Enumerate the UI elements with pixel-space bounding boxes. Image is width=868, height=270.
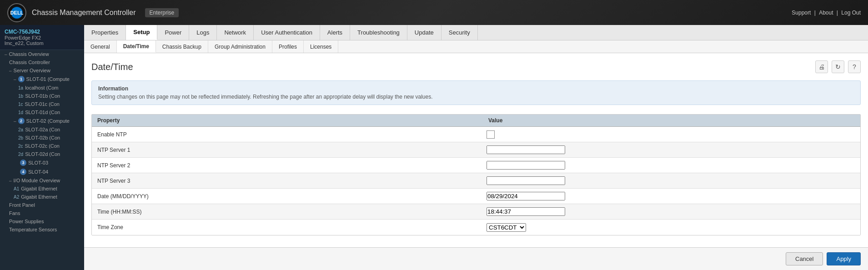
prop-value-timezone: CST6CDT UTC EST5EDT PST8PDT MST7MDT — [483, 221, 860, 234]
tab-user-auth[interactable]: User Authentication — [254, 25, 320, 40]
tab-network[interactable]: Network — [217, 25, 254, 40]
sidebar-item-slot02c[interactable]: 2c SLOT-02c (Con — [0, 142, 84, 150]
sidebar-label: SLOT-04 — [28, 169, 48, 175]
tab-security[interactable]: Security — [442, 25, 478, 40]
tab-logs[interactable]: Logs — [189, 25, 217, 40]
sub-tab-general[interactable]: General — [84, 40, 117, 53]
sidebar-item-server-overview[interactable]: – Server Overview — [0, 66, 84, 75]
slot-label: 2c — [18, 144, 23, 149]
sidebar-item-chassis-controller[interactable]: Chassis Controller — [0, 58, 84, 66]
sidebar-label: Front Panel — [9, 202, 35, 208]
time-input[interactable] — [487, 207, 565, 216]
property-table: Property Value Enable NTP NTP Server 1 — [91, 114, 861, 235]
sidebar-item-slot01b[interactable]: 1b SLOT-01b (Con — [0, 92, 84, 100]
about-link[interactable]: About — [819, 10, 833, 16]
slot-label: 1d — [18, 110, 23, 115]
main-tab-bar: Properties Setup Power Logs Network User… — [84, 25, 868, 40]
sidebar-item-slot02b[interactable]: 2b SLOT-02b (Con — [0, 134, 84, 142]
timezone-select[interactable]: CST6CDT UTC EST5EDT PST8PDT MST7MDT — [487, 223, 526, 232]
table-row: Time (HH:MM:SS) — [92, 204, 860, 220]
info-box-title: Information — [98, 85, 854, 92]
prop-label-time: Time (HH:MM:SS) — [92, 206, 483, 218]
page-title: Date/Time — [91, 62, 815, 72]
logout-link[interactable]: Log Out — [841, 10, 861, 16]
table-row: NTP Server 1 — [92, 142, 860, 158]
slot-label: 1c — [18, 102, 23, 107]
slot-label: 1a — [18, 85, 23, 90]
sidebar-item-slot01c[interactable]: 1c SLOT-01c (Con — [0, 100, 84, 108]
sub-tab-group-admin[interactable]: Group Administration — [208, 40, 272, 53]
slot-label: A1 — [14, 186, 19, 191]
tab-update[interactable]: Update — [407, 25, 442, 40]
sidebar: CMC-756J942 PowerEdge FX2 lmc_e22, Custo… — [0, 25, 84, 270]
sidebar-label: SLOT-02c (Con — [25, 143, 60, 149]
device-info: CMC-756J942 PowerEdge FX2 lmc_e22, Custo… — [0, 25, 84, 50]
sub-tab-chassis-backup[interactable]: Chassis Backup — [156, 40, 208, 53]
refresh-icon: ↻ — [835, 63, 841, 70]
tab-troubleshooting[interactable]: Troubleshooting — [350, 25, 407, 40]
ntp-server-1-input[interactable] — [487, 145, 565, 154]
cancel-button[interactable]: Cancel — [786, 252, 823, 265]
sidebar-label: localhost (Com — [25, 85, 58, 90]
enable-ntp-checkbox[interactable] — [487, 130, 495, 139]
sidebar-item-slot04[interactable]: 4 SLOT-04 — [0, 167, 84, 176]
sidebar-item-slot02a[interactable]: 2a SLOT-02a (Con — [0, 125, 84, 134]
support-link[interactable]: Support — [792, 10, 811, 16]
sidebar-item-temp-sensors[interactable]: Temperature Sensors — [0, 225, 84, 234]
separator-2: | — [837, 10, 839, 16]
slot-dot: 4 — [20, 169, 26, 175]
print-button[interactable]: 🖨 — [815, 60, 828, 73]
prop-value-ntp3 — [483, 175, 860, 187]
expand-icon: – — [14, 119, 16, 124]
sidebar-item-slot03[interactable]: 3 SLOT-03 — [0, 158, 84, 167]
sidebar-label: Chassis Overview — [9, 51, 49, 57]
content-area: Properties Setup Power Logs Network User… — [84, 25, 868, 270]
ntp-server-3-input[interactable] — [487, 176, 565, 185]
sidebar-item-front-panel[interactable]: Front Panel — [0, 201, 84, 209]
sub-tab-bar: General Date/Time Chassis Backup Group A… — [84, 40, 868, 53]
print-icon: 🖨 — [818, 63, 825, 70]
header-nav: Support | About | Log Out — [792, 10, 861, 16]
info-box: Information Setting changes on this page… — [91, 80, 861, 105]
slot-dot: 3 — [20, 160, 26, 166]
sub-tab-profiles[interactable]: Profiles — [272, 40, 304, 53]
prop-value-date — [483, 190, 860, 202]
sidebar-item-slot02d[interactable]: 2d SLOT-02d (Con — [0, 150, 84, 158]
help-button[interactable]: ? — [848, 60, 861, 73]
sidebar-item-slot01d[interactable]: 1d SLOT-01d (Con — [0, 108, 84, 116]
expand-icon: – — [9, 178, 12, 183]
refresh-button[interactable]: ↻ — [832, 60, 844, 73]
sidebar-label: Gigabit Ethernet — [21, 186, 57, 191]
table-row: NTP Server 3 — [92, 173, 860, 189]
sidebar-item-slot02[interactable]: – 2 SLOT-02 (Compute — [0, 116, 84, 125]
date-input[interactable] — [487, 192, 565, 200]
sidebar-item-fans[interactable]: Fans — [0, 209, 84, 217]
sidebar-item-chassis-overview[interactable]: – Chassis Overview — [0, 50, 84, 58]
sub-tab-datetime[interactable]: Date/Time — [117, 40, 156, 53]
sidebar-label: SLOT-01d (Con — [25, 110, 60, 115]
device-name: CMC-756J942 — [5, 29, 80, 35]
sidebar-item-power-supplies[interactable]: Power Supplies — [0, 217, 84, 225]
slot-dot: 2 — [18, 118, 25, 124]
ntp-server-2-input[interactable] — [487, 161, 565, 170]
apply-button[interactable]: Apply — [827, 252, 861, 265]
sidebar-label: SLOT-02a (Con — [25, 127, 60, 132]
device-label: lmc_e22, Custom — [5, 40, 80, 46]
page-actions: 🖨 ↻ ? — [815, 60, 861, 73]
sidebar-item-slot01a[interactable]: 1a localhost (Com — [0, 84, 84, 92]
slot-label: 2d — [18, 152, 23, 157]
sidebar-item-io-module[interactable]: – I/O Module Overview — [0, 176, 84, 185]
prop-value-ntp2 — [483, 159, 860, 171]
help-icon: ? — [853, 63, 856, 70]
sidebar-item-a2[interactable]: A2 Gigabit Ethernet — [0, 193, 84, 201]
info-box-text: Setting changes on this page may not be … — [98, 94, 854, 100]
table-row: Date (MM/DD/YYYY) — [92, 189, 860, 204]
tab-setup[interactable]: Setup — [126, 25, 157, 40]
tab-power[interactable]: Power — [157, 25, 189, 40]
tab-alerts[interactable]: Alerts — [320, 25, 350, 40]
tab-properties[interactable]: Properties — [84, 25, 126, 40]
sidebar-label: Fans — [9, 210, 20, 216]
sub-tab-licenses[interactable]: Licenses — [304, 40, 338, 53]
sidebar-item-slot01[interactable]: – 1 SLOT-01 (Compute — [0, 75, 84, 84]
sidebar-item-a1[interactable]: A1 Gigabit Ethernet — [0, 185, 84, 193]
